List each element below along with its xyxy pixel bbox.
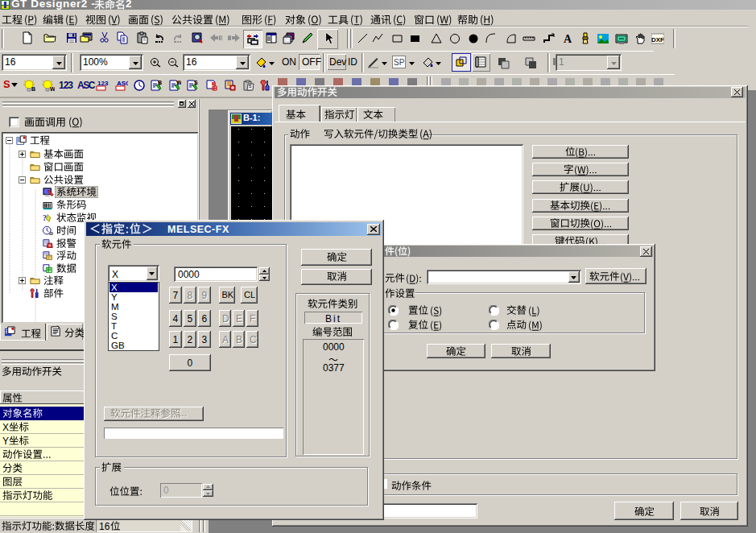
svg-text:?: ?: [43, 213, 47, 222]
svg-text:S: S: [194, 80, 198, 85]
svg-text:B: B: [31, 86, 35, 92]
svg-text:B: B: [158, 80, 162, 85]
svg-text:DXF: DXF: [651, 36, 664, 43]
svg-text:W: W: [176, 80, 181, 85]
svg-text:A: A: [564, 33, 572, 45]
svg-text:W: W: [50, 86, 55, 92]
